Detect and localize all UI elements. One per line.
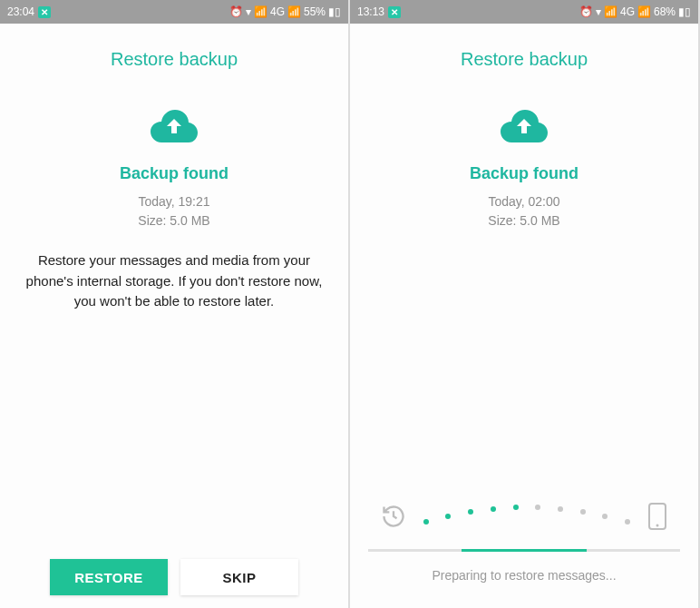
status-time: 23:04 xyxy=(7,5,34,18)
status-chip-icon: ✕ xyxy=(388,6,401,18)
backup-size: Size: 5.0 MB xyxy=(138,211,209,230)
restore-progress-screen: 13:13 ✕ ⏰ ▾ 📶 4G 📶 68% ▮▯ Restore backup… xyxy=(350,0,700,608)
transfer-dot xyxy=(513,505,519,510)
status-right: ⏰ ▾ 📶 4G 📶 68% ▮▯ xyxy=(579,5,691,18)
backup-size: Size: 5.0 MB xyxy=(488,211,559,230)
status-chip-icon: ✕ xyxy=(38,6,51,18)
cloud-upload-icon xyxy=(149,108,199,148)
transfer-dot xyxy=(558,506,563,512)
transfer-dot xyxy=(423,519,429,525)
restore-initial-screen: 23:04 ✕ ⏰ ▾ 📶 4G 📶 55% ▮▯ Restore backup… xyxy=(0,0,350,608)
backup-timestamp: Today, 19:21 xyxy=(138,192,209,211)
progress-status-text: Preparing to restore messages... xyxy=(368,568,680,583)
battery-percent: 55% xyxy=(304,5,326,18)
backup-found-label: Backup found xyxy=(120,164,228,183)
history-icon xyxy=(381,504,406,533)
transfer-dot xyxy=(625,519,630,525)
transfer-dot xyxy=(602,514,608,519)
battery-icon: ▮▯ xyxy=(678,5,691,18)
status-time: 13:13 xyxy=(357,5,384,18)
transfer-dot xyxy=(468,509,473,515)
cloud-upload-icon xyxy=(499,108,549,148)
transfer-dot xyxy=(491,506,496,512)
network-label: 4G xyxy=(620,5,635,18)
alarm-icon: ⏰ xyxy=(229,5,243,18)
page-title: Restore backup xyxy=(111,49,238,70)
status-bar: 13:13 ✕ ⏰ ▾ 📶 4G 📶 68% ▮▯ xyxy=(350,0,698,24)
transfer-dot xyxy=(445,514,451,519)
restore-description: Restore your messages and media from you… xyxy=(0,250,348,312)
progress-bar xyxy=(368,549,680,552)
battery-percent: 68% xyxy=(654,5,676,18)
signal-icon-2: 📶 xyxy=(287,5,301,18)
alarm-icon: ⏰ xyxy=(579,5,593,18)
backup-timestamp: Today, 02:00 xyxy=(488,192,559,211)
page-title: Restore backup xyxy=(461,49,588,70)
signal-icon: 📶 xyxy=(254,5,267,18)
restore-button[interactable]: RESTORE xyxy=(50,559,168,595)
network-label: 4G xyxy=(270,5,285,18)
transfer-graphic xyxy=(368,502,680,534)
status-bar: 23:04 ✕ ⏰ ▾ 📶 4G 📶 55% ▮▯ xyxy=(0,0,348,24)
status-right: ⏰ ▾ 📶 4G 📶 55% ▮▯ xyxy=(229,5,341,18)
transfer-dot xyxy=(580,509,586,515)
signal-icon: 📶 xyxy=(604,5,617,18)
signal-icon-2: 📶 xyxy=(637,5,651,18)
wifi-icon: ▾ xyxy=(596,5,601,18)
backup-found-label: Backup found xyxy=(470,164,578,183)
skip-button[interactable]: SKIP xyxy=(180,559,298,595)
svg-point-1 xyxy=(656,525,659,527)
phone-icon xyxy=(647,502,667,534)
progress-fill xyxy=(462,549,587,552)
battery-icon: ▮▯ xyxy=(328,5,341,18)
wifi-icon: ▾ xyxy=(246,5,251,18)
transfer-dot xyxy=(535,505,540,510)
